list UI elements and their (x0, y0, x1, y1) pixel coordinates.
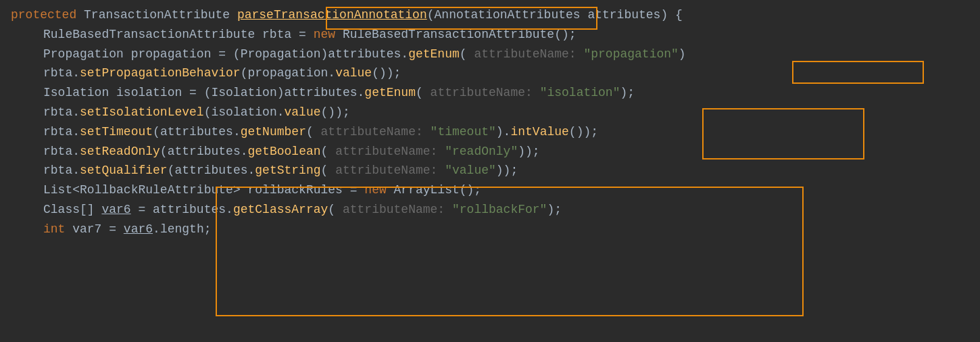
dot8: . (72, 142, 80, 162)
var-rbta-6: rbta (43, 103, 72, 122)
var-rbta: rbta (262, 25, 299, 45)
keyword-new: new (314, 25, 343, 45)
close-sp: ()); (372, 64, 401, 83)
space9 (437, 161, 445, 180)
type-rbta-new: RuleBasedTransactionAttribute (343, 25, 554, 45)
paren-ge1: ( (460, 45, 474, 64)
param-label-9: attributeName: (335, 161, 437, 180)
paren-gn: ( (306, 122, 321, 142)
close-sq: )); (496, 161, 518, 180)
param-label-2: attributeName: (431, 83, 533, 103)
assign: = (299, 25, 314, 45)
var-rbta-8: rbta (43, 142, 72, 162)
code-line-6: rbta.setIsolationLevel(isolation.value()… (11, 103, 969, 122)
string-timeout: "timeout" (431, 122, 496, 142)
keyword-protected: protected (11, 5, 84, 25)
close-sro: )); (518, 142, 539, 162)
assign10: = (350, 180, 365, 200)
method-get-boolean: getBoolean (248, 142, 321, 162)
method-parse-transaction: parseTransactionAnnotation (237, 5, 427, 25)
code-line-9: rbta.setQualifier(attributes.getString( … (11, 161, 969, 180)
var-rbta-7: rbta (43, 122, 72, 142)
dot11: . (226, 200, 233, 220)
paren-sp: ( (241, 64, 248, 83)
dot4: . (72, 64, 80, 83)
string-readonly: "readOnly" (445, 142, 518, 162)
var-rbta-9: rbta (43, 161, 72, 180)
string-value: "value" (445, 161, 496, 180)
type-transaction-attribute: TransactionAttribute (84, 5, 237, 25)
space1 (577, 45, 584, 64)
code-line-5: Isolation isolation = (Isolation)attribu… (11, 83, 969, 103)
code-editor: protected TransactionAttribute parseTran… (11, 5, 969, 239)
code-line-11: Class[] var6 = attributes.getClassArray(… (11, 200, 969, 220)
method-set-readonly: setReadOnly (80, 142, 160, 162)
var-attrs-5: attributes (285, 83, 358, 103)
var-var7: var7 (72, 220, 109, 239)
dot12: . (153, 220, 160, 239)
close-st: ()); (569, 122, 598, 142)
code-line-3: Propagation propagation = (Propagation)a… (11, 45, 969, 64)
method-get-string: getString (255, 161, 320, 180)
code-line-7: rbta.setTimeout(attributes.getNumber( at… (11, 122, 969, 142)
close-gn: ). (496, 122, 511, 142)
type-propagation-cast: Propagation (241, 45, 321, 64)
dot7: . (72, 122, 80, 142)
close-al: (); (460, 180, 481, 200)
paren-end: (); (554, 25, 576, 45)
dot1: . (401, 45, 408, 64)
space5 (533, 83, 540, 103)
method-get-number: getNumber (241, 122, 306, 142)
type-rbta: RuleBasedTransactionAttribute (43, 25, 262, 45)
type-rollback-rule: RollbackRuleAttribute (80, 180, 233, 200)
space11 (445, 200, 452, 220)
param-label-7: attributeName: (321, 122, 423, 142)
code-line-4: rbta.setPropagationBehavior(propagation.… (11, 64, 969, 83)
assign12: = (109, 220, 124, 239)
close-ge2: ); (620, 83, 635, 103)
method-get-enum-1: getEnum (408, 45, 460, 64)
angle-open: < (72, 180, 80, 200)
prop-length: length (160, 220, 204, 239)
paren-sro: ( (160, 142, 168, 162)
close-si: ()); (321, 103, 350, 122)
paren-st: ( (153, 122, 160, 142)
assign5: = ( (189, 83, 211, 103)
dot7b: . (233, 122, 241, 142)
method-int-value: intValue (510, 122, 568, 142)
string-rollback-for: "rollbackFor" (452, 200, 547, 220)
var-attrs-9: attributes (174, 161, 247, 180)
dot9: . (72, 161, 80, 180)
assign11: = (131, 200, 153, 220)
var-rbta-4: rbta (43, 64, 72, 83)
paren-ge2: ( (416, 83, 431, 103)
type-class: Class (43, 200, 80, 220)
paren-gca: ( (328, 200, 343, 220)
code-line-8: rbta.setReadOnly(attributes.getBoolean( … (11, 142, 969, 162)
param-label-8: attributeName: (335, 142, 437, 162)
param-label-11: attributeName: (343, 200, 445, 220)
method-value-6: value (285, 103, 321, 122)
param-label-1: attributeName: (474, 45, 576, 64)
type-annotation-attrs: AnnotationAttributes (435, 5, 588, 25)
close-cast: ) (320, 45, 328, 64)
dot4b: . (328, 64, 335, 83)
string-isolation: "isolation" (540, 83, 620, 103)
var-propagation: propagation (131, 45, 219, 64)
var-attrs-7: attributes (160, 122, 233, 142)
method-set-timeout: setTimeout (80, 122, 153, 142)
var-var6: var6 (101, 200, 130, 220)
dot8b: . (241, 142, 248, 162)
type-arraylist: ArrayList (394, 180, 460, 200)
dot9b: . (248, 161, 255, 180)
paren-gb: ( (321, 142, 336, 162)
param-attributes: attributes (587, 5, 660, 25)
code-line-10: List<RollbackRuleAttribute> rollbackRule… (11, 180, 969, 200)
type-isolation: Isolation (43, 83, 116, 103)
var-var6-ref: var6 (124, 220, 153, 239)
paren-sq: ( (168, 161, 175, 180)
var-prop-4: propagation (247, 64, 328, 83)
close-ge1: ) (679, 45, 686, 64)
var-isolation: isolation (116, 83, 189, 103)
dot6: . (72, 103, 80, 122)
